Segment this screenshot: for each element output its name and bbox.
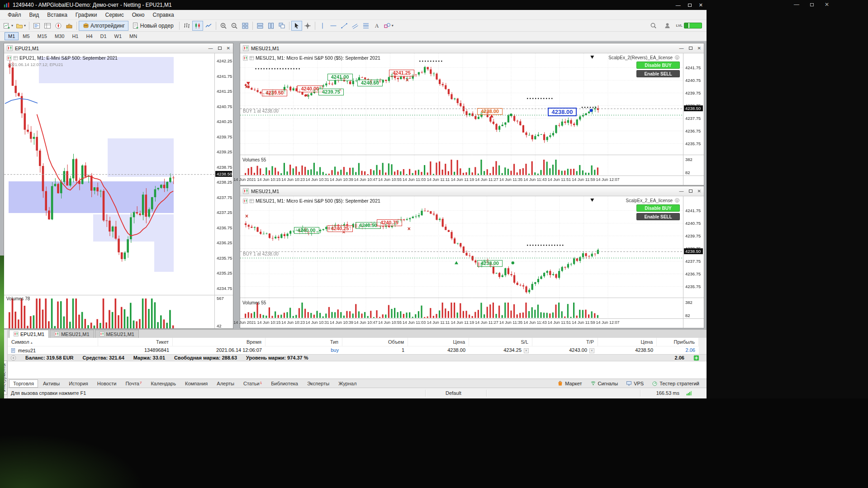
- horizontal-line-button[interactable]: [328, 21, 339, 31]
- bottom-tester-button[interactable]: Тестер стратегий: [648, 379, 703, 387]
- column-header-10[interactable]: Прибыль: [657, 338, 699, 346]
- chart-maximize-button[interactable]: [218, 47, 222, 50]
- channel-button[interactable]: [350, 21, 360, 31]
- clear-sl-button[interactable]: ×: [524, 348, 529, 353]
- data-window-button[interactable]: [42, 21, 53, 31]
- enable-sell-button[interactable]: Enable SELL: [636, 70, 680, 77]
- close-button[interactable]: ✕: [699, 2, 703, 8]
- clear-tp-button[interactable]: ×: [589, 348, 594, 353]
- toolbox-tab-1[interactable]: Торговля: [9, 379, 38, 388]
- chart-close-button[interactable]: ✕: [227, 46, 230, 51]
- vertical-line-button[interactable]: [317, 21, 328, 31]
- timeframe-h1[interactable]: H1: [68, 32, 82, 40]
- toolbox-tab-4[interactable]: Новости: [93, 379, 121, 388]
- crosshair-button[interactable]: [302, 21, 313, 31]
- timeframe-mn[interactable]: MN: [126, 32, 141, 40]
- bg-maximize-icon[interactable]: [810, 3, 814, 6]
- chart-tab-1[interactable]: EPU21,M1: [9, 330, 49, 338]
- menu-item-file[interactable]: Файл: [4, 10, 25, 19]
- chart-maximize-button[interactable]: [689, 47, 693, 50]
- text-tool-button[interactable]: A: [371, 21, 382, 31]
- tile-windows-button[interactable]: [240, 21, 251, 31]
- minimize-button[interactable]: —: [676, 2, 681, 8]
- timeframe-m5[interactable]: M5: [19, 32, 33, 40]
- shapes-button[interactable]: ▾: [382, 21, 395, 31]
- timeframe-m15[interactable]: M15: [34, 32, 51, 40]
- candle-chart-button[interactable]: [192, 21, 203, 31]
- chart-tab-2[interactable]: MESU21,M1: [50, 330, 94, 338]
- bar-chart-button[interactable]: [181, 21, 192, 31]
- search-button[interactable]: [648, 21, 659, 31]
- chart-window-titlebar[interactable]: EPU21,M1—✕: [4, 43, 233, 53]
- column-header-6[interactable]: Цена: [408, 338, 469, 346]
- bottom-signals-button[interactable]: Сигналы: [587, 379, 622, 387]
- menu-item-tools[interactable]: Сервис: [101, 10, 128, 19]
- zoom-in-button[interactable]: [218, 21, 229, 31]
- bottom-vps-button[interactable]: VPS: [622, 379, 647, 387]
- chart-minimize-button[interactable]: —: [209, 46, 213, 51]
- chart-minimize-button[interactable]: —: [679, 46, 684, 51]
- chart-close-button[interactable]: ✕: [697, 46, 701, 51]
- column-header-3[interactable]: Время: [173, 338, 266, 346]
- chart-minimize-button[interactable]: —: [679, 189, 684, 194]
- column-header-5[interactable]: Объем: [342, 338, 408, 346]
- menu-item-help[interactable]: Справка: [149, 10, 178, 19]
- toolbox-tab-10[interactable]: Библиотека: [267, 379, 302, 388]
- status-profile-name[interactable]: Default: [446, 390, 461, 396]
- column-header-2[interactable]: Тикет: [98, 338, 173, 346]
- algo-trading-button[interactable]: Алготрейдинг: [79, 21, 128, 31]
- toolbox-tab-5[interactable]: Почта7: [121, 379, 146, 388]
- zoom-out-button[interactable]: [229, 21, 240, 31]
- cursor-button[interactable]: [291, 21, 302, 31]
- chart-close-button[interactable]: ✕: [697, 189, 701, 194]
- cascade-button[interactable]: [276, 21, 287, 31]
- toolbox-tab-12[interactable]: Журнал: [334, 379, 360, 388]
- menu-item-view[interactable]: Вид: [25, 10, 43, 19]
- timeframe-d1[interactable]: D1: [97, 32, 110, 40]
- chart-window-titlebar[interactable]: MESU21,M1—✕: [240, 186, 704, 196]
- column-header-7[interactable]: S/L: [469, 338, 532, 346]
- chart-tab-3[interactable]: MESU21,M1: [95, 330, 139, 338]
- tile-horizontal-button[interactable]: [255, 21, 266, 31]
- toolbox-button[interactable]: [64, 21, 75, 31]
- toolbox-tab-8[interactable]: Алерты: [213, 379, 238, 388]
- chart-maximize-button[interactable]: [689, 190, 693, 193]
- profiles-button[interactable]: ▾: [14, 21, 27, 31]
- trendline-button[interactable]: [339, 21, 350, 31]
- timeframe-h4[interactable]: H4: [82, 32, 96, 40]
- disable-buy-button[interactable]: Disable BUY: [636, 204, 680, 212]
- toolbox-tab-6[interactable]: Календарь: [147, 379, 180, 388]
- price-scale[interactable]: 4241.754240.754239.754238.754237.754236.…: [683, 43, 704, 185]
- tile-vertical-button[interactable]: [266, 21, 276, 31]
- price-scale[interactable]: 4242.254241.754241.254240.754240.254239.…: [215, 43, 233, 328]
- toolbox-tab-11[interactable]: Эксперты: [303, 379, 333, 388]
- bg-close-icon[interactable]: ✕: [825, 1, 829, 8]
- price-scale[interactable]: 4241.754240.754239.754238.754237.754236.…: [683, 186, 704, 328]
- toolbox-tab-2[interactable]: Активы: [39, 379, 64, 388]
- account-button[interactable]: [662, 21, 673, 31]
- toolbox-tab-3[interactable]: История: [65, 379, 92, 388]
- bg-minimize-icon[interactable]: —: [794, 1, 799, 8]
- column-header-1[interactable]: Символ▴: [8, 338, 98, 346]
- disable-buy-button[interactable]: Disable BUY: [636, 62, 680, 69]
- market-watch-button[interactable]: [31, 21, 42, 31]
- menu-item-insert[interactable]: Вставка: [43, 10, 71, 19]
- fibonacci-button[interactable]: [360, 21, 371, 31]
- new-chart-button[interactable]: ▾: [2, 21, 14, 31]
- timeframe-m30[interactable]: M30: [51, 32, 68, 40]
- column-header-8[interactable]: T/P: [532, 338, 598, 346]
- menu-item-window[interactable]: Окно: [128, 10, 149, 19]
- maximize-button[interactable]: [688, 4, 692, 7]
- price-annotation[interactable]: 4238.00: [548, 108, 577, 116]
- navigator-button[interactable]: [53, 21, 64, 31]
- toolbox-tab-9[interactable]: Статьи1: [239, 379, 266, 388]
- bottom-market-button[interactable]: Маркет: [554, 379, 585, 387]
- timeframe-w1[interactable]: W1: [111, 32, 126, 40]
- line-chart-button[interactable]: [203, 21, 214, 31]
- enable-sell-button[interactable]: Enable SELL: [636, 213, 680, 220]
- new-order-button[interactable]: Новый ордер: [128, 21, 177, 31]
- column-header-9[interactable]: Цена: [598, 338, 657, 346]
- toolbox-tab-7[interactable]: Компания: [181, 379, 212, 388]
- trade-table-row[interactable]: mesu211348968412021.06.14 12:06:07buy142…: [8, 346, 699, 354]
- timeframe-m1[interactable]: M1: [5, 32, 19, 40]
